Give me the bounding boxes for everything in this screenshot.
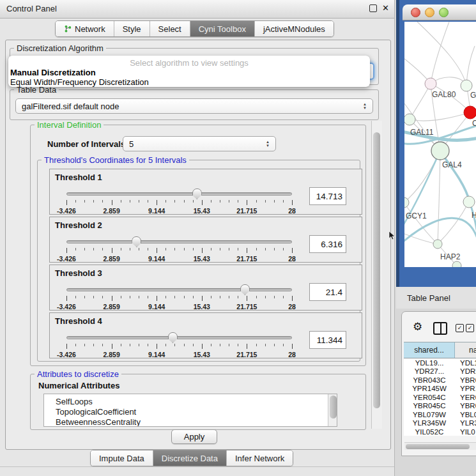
- cell[interactable]: YBR045C: [404, 402, 455, 410]
- network-canvas[interactable]: GAL80 G C GAL11 GAL4 GCY1 H HAP2: [404, 22, 476, 267]
- tab-network[interactable]: Network: [56, 21, 114, 36]
- network-nodes[interactable]: [404, 78, 476, 267]
- tab-impute-data[interactable]: Impute Data: [91, 450, 153, 466]
- slider-track[interactable]: [66, 240, 292, 243]
- float-window-icon[interactable]: [369, 4, 377, 12]
- popup-item-equal-width-frequency[interactable]: Equal Width/Frequency Discretization: [10, 77, 149, 87]
- table-data-combobox[interactable]: galFiltered.sif default node ▲▼: [15, 98, 373, 114]
- gear-icon[interactable]: ⚙: [413, 320, 422, 334]
- threshold-value-field[interactable]: 14.713: [309, 187, 346, 205]
- tick-label: 9.144: [148, 207, 165, 215]
- node-gal80[interactable]: [425, 78, 436, 89]
- table-row[interactable]: YBR045CYBR0: [404, 402, 476, 411]
- node-label: GCY1: [406, 211, 427, 220]
- list-item[interactable]: SelfLoops: [44, 394, 337, 407]
- slider-thumb[interactable]: [192, 188, 202, 199]
- checkbox-icon[interactable]: ✓: [456, 324, 464, 332]
- tab-select[interactable]: Select: [150, 21, 190, 36]
- list-scrollbar[interactable]: [328, 394, 337, 426]
- checkbox-icon[interactable]: ✓: [466, 324, 474, 332]
- control-panel-window: Control Panel ✕ Network Style Select Cyn…: [0, 0, 395, 476]
- group-label: Interval Definition: [35, 120, 104, 130]
- table-row[interactable]: YDL19...YDL1: [404, 358, 476, 367]
- cell[interactable]: YDR27...: [404, 367, 455, 375]
- column-header-shared-name[interactable]: shared...: [404, 342, 455, 358]
- cell[interactable]: YER0: [455, 394, 476, 401]
- settings-scrollbar[interactable]: [371, 121, 382, 429]
- tab-style[interactable]: Style: [114, 21, 150, 36]
- cell[interactable]: YBL079W: [404, 411, 455, 418]
- network-window-titlebar[interactable]: [403, 4, 476, 20]
- window-edge: [396, 0, 399, 287]
- threshold-value-field[interactable]: 21.4: [309, 283, 346, 301]
- scrollbar-thumb[interactable]: [406, 444, 470, 449]
- table-row[interactable]: YBL079WYBL0: [404, 410, 476, 419]
- cell[interactable]: YLR3: [455, 419, 476, 427]
- cell[interactable]: YLR345W: [404, 419, 455, 427]
- tab-label: Style: [123, 24, 141, 34]
- node-bottom-partial[interactable]: [452, 261, 461, 267]
- cell[interactable]: YIL0: [455, 428, 476, 436]
- number-of-intervals-combobox[interactable]: 5 ▲▼: [123, 136, 276, 151]
- slider-thumb[interactable]: [240, 284, 250, 295]
- cell[interactable]: YDL19...: [404, 359, 455, 367]
- threshold-value-field[interactable]: 11.344: [309, 331, 346, 349]
- split-table-icon[interactable]: [433, 322, 447, 335]
- slider-thumb[interactable]: [168, 332, 178, 343]
- cell[interactable]: YPR145W: [404, 385, 455, 392]
- cell[interactable]: YDL1: [455, 359, 476, 367]
- apply-button[interactable]: Apply: [171, 429, 217, 444]
- threshold-value-field[interactable]: 6.316: [309, 235, 346, 253]
- tick-label: 28: [288, 207, 296, 215]
- combo-stepper-icon: ▲▼: [363, 102, 367, 110]
- cell[interactable]: YBR0: [455, 402, 476, 410]
- close-icon[interactable]: ✕: [382, 4, 389, 12]
- cell[interactable]: YPR1: [455, 385, 476, 392]
- tab-jactivemnodules[interactable]: jActiveMNodules: [255, 21, 334, 36]
- zoom-traffic-light[interactable]: [439, 8, 449, 17]
- tick-label: 15.43: [194, 351, 210, 358]
- node-label: HAP2: [440, 252, 461, 261]
- column-header-name[interactable]: na: [455, 342, 476, 358]
- tab-discretize-data[interactable]: Discretize Data: [153, 450, 227, 466]
- numerical-attributes-list[interactable]: SelfLoops TopologicalCoefficient Between…: [43, 394, 337, 427]
- threshold-label: Threshold 3: [55, 268, 102, 278]
- tick-label: 9.144: [148, 303, 165, 311]
- cell[interactable]: YER054C: [404, 394, 455, 401]
- cell[interactable]: YBR043C: [404, 376, 455, 384]
- table-row[interactable]: YBR043CYBR0: [404, 376, 476, 385]
- table-row[interactable]: YDR27...YDR2: [404, 367, 476, 376]
- scrollbar-thumb[interactable]: [330, 395, 337, 418]
- popup-item-manual-discretization[interactable]: Manual Discretization: [10, 68, 96, 77]
- mouse-cursor: [388, 231, 395, 240]
- tab-infer-network[interactable]: Infer Network: [227, 450, 293, 466]
- tab-cyni-toolbox[interactable]: Cyni Toolbox: [190, 21, 255, 36]
- slider-thumb[interactable]: [132, 236, 141, 247]
- table-row[interactable]: YER054CYER0: [404, 393, 476, 402]
- cell[interactable]: YBL0: [455, 411, 476, 418]
- minimize-traffic-light[interactable]: [425, 8, 434, 17]
- node-hap2[interactable]: [433, 240, 442, 249]
- node-gal11[interactable]: [404, 114, 415, 125]
- node-top-right[interactable]: [461, 80, 472, 91]
- table-row[interactable]: YIL052CYIL0: [404, 427, 476, 436]
- node-h[interactable]: [463, 196, 475, 208]
- close-traffic-light[interactable]: [411, 8, 420, 17]
- table-row[interactable]: YLR345WYLR3: [404, 419, 476, 428]
- table-row[interactable]: YPR145WYPR1: [404, 385, 476, 394]
- table-horizontal-scrollbar[interactable]: [404, 442, 476, 450]
- tick-label: 2.859: [103, 351, 119, 358]
- cell[interactable]: YBR0: [455, 376, 476, 384]
- cell[interactable]: YDR2: [455, 367, 476, 375]
- slider-track[interactable]: [66, 288, 292, 291]
- cell[interactable]: YIL052C: [404, 428, 455, 436]
- cyni-content-panel: Discretization Algorithm Table Data galF…: [5, 40, 391, 450]
- scrollbar-thumb[interactable]: [373, 132, 380, 408]
- node-gal4[interactable]: [431, 142, 449, 160]
- list-item[interactable]: TopologicalCoefficient: [44, 407, 337, 417]
- list-item[interactable]: BetweennessCentrality: [44, 417, 337, 427]
- control-panel-titlebar[interactable]: Control Panel ✕: [0, 0, 394, 19]
- node-red-selected[interactable]: [464, 106, 476, 119]
- slider-track[interactable]: [66, 336, 292, 339]
- slider-track[interactable]: [66, 192, 292, 196]
